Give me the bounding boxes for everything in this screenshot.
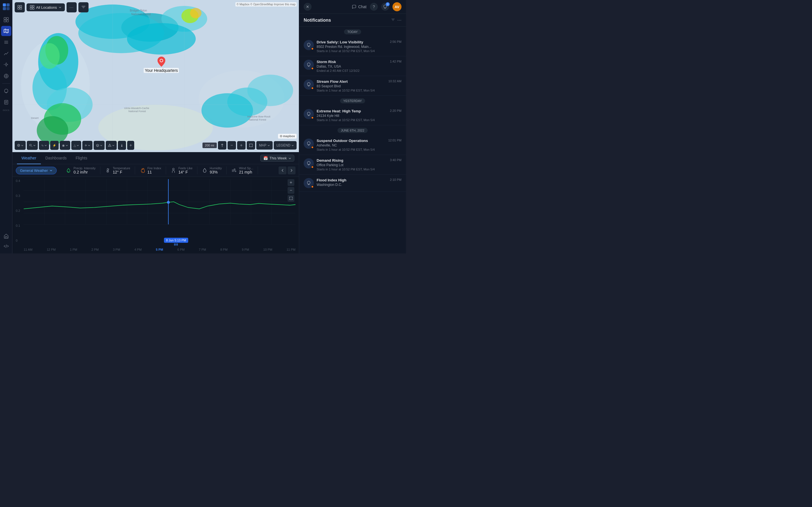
sidebar-item-groups[interactable] (1, 71, 11, 81)
hq-marker[interactable]: Your Headquarters (144, 57, 179, 73)
notifications-panel: ✕ Chat ? 3 AV Notifications ··· (299, 0, 406, 253)
svg-point-29 (40, 43, 60, 69)
chat-button[interactable]: Chat (352, 4, 366, 9)
notif-suspend-icon-wrap (304, 138, 314, 149)
notif-body-demand: Demand Rising 3:40 PM Office Parking Lot… (317, 158, 402, 171)
notif-extreme-heat-icon-wrap (304, 109, 314, 119)
urgency-dot-suspend (311, 146, 314, 149)
tab-weather[interactable]: Weather (17, 152, 41, 164)
add-tool[interactable]: + (127, 141, 134, 150)
bell-storm-icon (306, 62, 311, 67)
section-yesterday: YESTERDAY (299, 96, 406, 106)
help-button[interactable]: ? (370, 3, 378, 11)
map-mode-button[interactable]: MAP (256, 141, 273, 150)
map-legend-button[interactable]: LEGEND (274, 141, 297, 150)
notif-item-suspend-outdoor[interactable]: Suspend Outdoor Operations 12:01 PM Ashe… (299, 135, 406, 155)
notification-bell-button[interactable]: 3 (381, 3, 389, 11)
temperature-tool[interactable]: 🌡 (118, 141, 126, 150)
notif-item-drive-safely[interactable]: Drive Safely: Low Visibility 2:56 PM 850… (299, 37, 406, 56)
svg-point-57 (172, 168, 174, 170)
tab-dashboards[interactable]: Dashboards (41, 152, 71, 164)
notif-location-heat: 24134 Kyle Hill (317, 114, 402, 118)
section-yesterday-label: YESTERDAY (340, 98, 365, 103)
weather-metrics-bar: General Weather Precip. Intensity 0.2 in… (12, 164, 299, 177)
precip-tool[interactable]: ∿ (39, 141, 49, 150)
wind-value: 21 mph (239, 170, 253, 174)
map-plus-button[interactable]: + (237, 141, 246, 150)
urgency-dot-drive (311, 47, 314, 50)
chat-label: Chat (358, 4, 366, 9)
svg-rect-1 (6, 3, 10, 6)
svg-text:National Forest: National Forest (128, 110, 146, 113)
map-minus-button[interactable]: − (227, 141, 236, 150)
sidebar-item-analytics[interactable] (1, 48, 11, 59)
map-mode-label: MAP (259, 144, 266, 147)
mapbox-logo: ⊙ mapbox (278, 134, 297, 138)
chart-area: 0.4 0.3 0.2 0.1 0 (12, 177, 299, 253)
alerts-tool[interactable]: △ (71, 141, 81, 150)
location-tool[interactable] (15, 141, 26, 150)
map-more-options[interactable]: ··· (66, 2, 77, 12)
tab-flights[interactable]: Flights (71, 152, 92, 164)
week-selector[interactable]: 📅 This Week (260, 155, 294, 162)
grid-view-button[interactable] (15, 2, 25, 12)
svg-rect-45 (20, 5, 22, 7)
general-weather-filter[interactable]: General Weather (16, 167, 57, 174)
sidebar-item-list[interactable] (1, 37, 11, 47)
flights-tool[interactable]: ✈ (82, 141, 93, 150)
fire-icon (140, 168, 145, 173)
lightning-tool[interactable]: ⚡ (50, 141, 59, 150)
map-filter-button[interactable] (79, 2, 89, 12)
map-expand-button[interactable] (247, 141, 255, 150)
precip-value: 0.2 in/hr (73, 170, 96, 174)
notif-item-flood-index[interactable]: Flood Index High 2:10 PM Washington D.C. (299, 175, 406, 192)
sidebar-item-docs[interactable] (1, 97, 11, 107)
sidebar-item-dashboard[interactable] (1, 15, 11, 25)
notif-location-suspend: Asheville, NC (317, 144, 402, 147)
chart-zoom-in[interactable]: + (288, 179, 294, 186)
notif-item-stream-flow[interactable]: Stream Flow Alert 10:32 AM 83 Seaport Bl… (299, 76, 406, 96)
notif-location-drive: 8502 Preston Rd. Inglewood, Main... (317, 45, 402, 49)
notif-top-controls: ✕ Chat ? 3 AV (299, 0, 406, 14)
chart-expand[interactable] (288, 195, 294, 202)
app-logo[interactable] (2, 2, 11, 11)
sidebar-item-map[interactable] (1, 26, 11, 36)
metrics-prev-button[interactable] (278, 166, 287, 174)
bell-flood-icon (306, 180, 311, 186)
notif-item-storm-risk[interactable]: Storm Risk 1:42 PM Dallas, TX, USA Ended… (299, 56, 406, 76)
sidebar-item-code[interactable] (1, 241, 11, 251)
sidebar-item-alerts[interactable] (1, 86, 11, 96)
urgency-dot-flood (311, 185, 314, 188)
radar-tool[interactable]: ◉ (60, 141, 70, 150)
svg-rect-6 (4, 20, 6, 22)
all-locations-button[interactable]: All Locations (27, 3, 65, 11)
notif-time-heat: 2:20 PM (390, 109, 402, 112)
user-avatar[interactable]: AV (393, 2, 402, 11)
sidebar-item-location[interactable] (1, 60, 11, 70)
notif-title-flood: Flood Index High (317, 178, 388, 182)
close-panel-button[interactable]: ✕ (304, 3, 312, 11)
chart-zoom-out[interactable]: − (288, 187, 294, 194)
warnings-tool[interactable] (106, 141, 117, 150)
chat-icon (352, 4, 356, 9)
notif-item-extreme-heat[interactable]: Extreme Heat: High Temp 2:20 PM 24134 Ky… (299, 106, 406, 125)
svg-rect-47 (20, 8, 22, 9)
notifications-filter-icon[interactable] (391, 18, 395, 22)
y-label-02: 0.2 (16, 209, 20, 212)
x-label-6pm: 6 PM (177, 248, 185, 251)
notif-item-demand-rising[interactable]: Demand Rising 3:40 PM Office Parking Lot… (299, 155, 406, 175)
metrics-next-button[interactable] (288, 166, 296, 174)
x-label-2pm: 2 PM (91, 248, 99, 251)
svg-point-43 (160, 59, 162, 62)
map-toolbar-bottom: ∿ ⚡ ◉ △ ✈ (15, 141, 297, 150)
notif-location-storm: Dallas, TX, USA (317, 64, 402, 68)
layers-tool[interactable] (94, 141, 105, 150)
metric-humidity: Humidity 93% (197, 166, 227, 174)
map-north-button[interactable] (218, 141, 226, 150)
y-label-03: 0.3 (16, 194, 20, 198)
notifications-more-icon[interactable]: ··· (397, 17, 402, 23)
fire-label: Fire Index (147, 166, 161, 170)
hq-label: Your Headquarters (144, 68, 179, 73)
weather-tool[interactable] (27, 141, 38, 150)
sidebar-item-home[interactable] (1, 231, 11, 241)
